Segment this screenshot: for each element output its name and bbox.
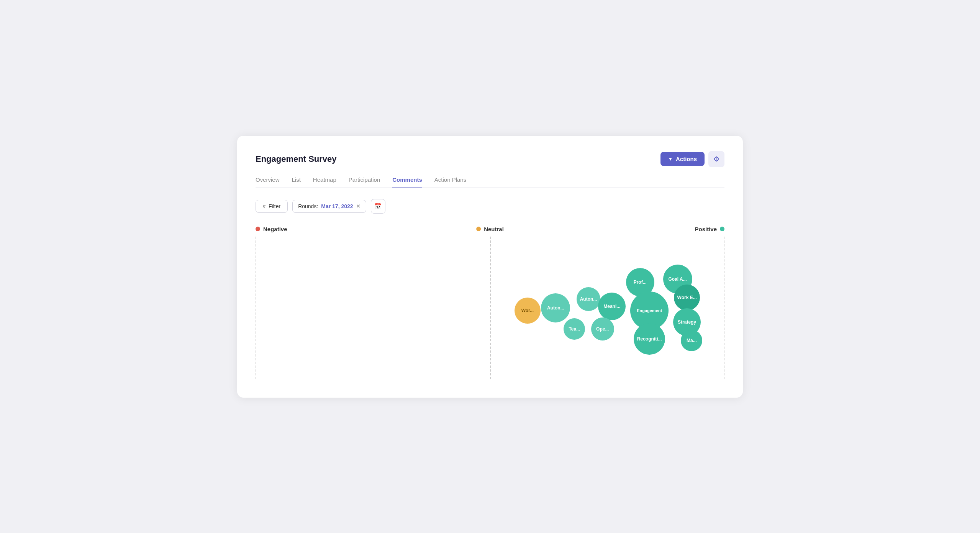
actions-button[interactable]: ▼ Actions [660,152,705,166]
tab-list[interactable]: List [292,176,301,188]
settings-button[interactable]: ⚙ [708,151,724,167]
axis-labels: Negative Neutral Positive [256,226,724,232]
tab-action-plans[interactable]: Action Plans [434,176,466,188]
bubble-recognition[interactable]: Recogniti... [634,323,665,355]
tab-comments[interactable]: Comments [392,176,422,188]
filter-row: ▿ Filter Rounds: Mar 17, 2022 ✕ 📅 [256,199,724,214]
calendar-icon: 📅 [374,202,382,210]
gear-icon: ⚙ [713,155,719,163]
tab-heatmap[interactable]: Heatmap [313,176,336,188]
bubble-work-e[interactable]: Work E... [674,285,700,311]
negative-dot [256,227,260,231]
bubble-open[interactable]: Ope... [591,317,614,341]
positive-dot [720,227,724,231]
positive-label: Positive [695,226,724,232]
neutral-dot [476,227,481,231]
page-title: Engagement Survey [256,154,337,164]
filter-button[interactable]: ▿ Filter [256,200,288,213]
tabs-nav: Overview List Heatmap Participation Comm… [256,176,724,188]
bubbles-area: Wor... Auton... Auton... Tea... Meani...… [256,237,724,379]
main-card: Engagement Survey ▼ Actions ⚙ Overview L… [237,136,743,398]
neutral-label: Neutral [476,226,504,232]
bubble-meaning[interactable]: Meani... [598,293,626,320]
bubble-chart: Negative Neutral Positive Wor... Auton..… [256,226,724,379]
tab-overview[interactable]: Overview [256,176,280,188]
rounds-filter: Rounds: Mar 17, 2022 ✕ [292,200,366,213]
filter-icon: ▿ [263,203,265,209]
header-row: Engagement Survey ▼ Actions ⚙ [256,151,724,167]
bubble-auton2[interactable]: Auton... [577,287,600,311]
negative-label: Negative [256,226,287,232]
bubble-work[interactable]: Wor... [515,298,541,324]
chevron-down-icon: ▼ [668,156,673,162]
bubble-team[interactable]: Tea... [564,318,585,340]
bubble-ma[interactable]: Ma... [681,330,702,351]
calendar-button[interactable]: 📅 [371,199,385,214]
remove-rounds-filter[interactable]: ✕ [356,203,361,209]
bubble-auton1[interactable]: Auton... [541,293,570,322]
tab-participation[interactable]: Participation [349,176,380,188]
header-actions: ▼ Actions ⚙ [660,151,724,167]
